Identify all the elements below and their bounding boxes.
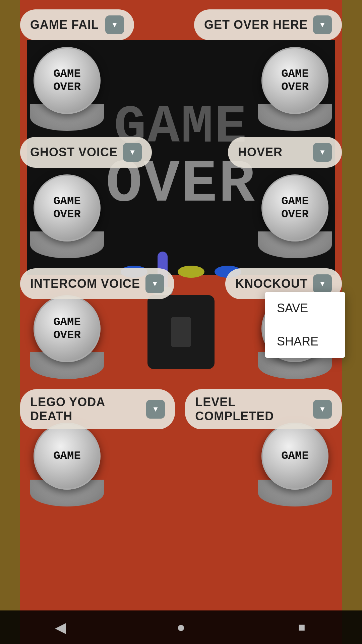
intercom-voice-label: INTERCOM VOICE	[30, 277, 140, 291]
context-menu-share[interactable]: SHARE	[265, 325, 345, 358]
knockout-label: KNOCKOUT	[235, 277, 308, 291]
buzzer-tr-top[interactable]: GAMEOVER	[261, 47, 328, 114]
level-completed-dropdown[interactable]: LEVEL COMPLETED	[185, 389, 342, 429]
game-fail-dropdown[interactable]: GAME FAIL	[20, 9, 134, 40]
lego-yoda-death-label: LEGO YODA DEATH	[30, 395, 141, 423]
get-over-here-dropdown[interactable]: GET OVER HERE	[194, 9, 342, 40]
buzzer-tr-label: GAMEOVER	[281, 67, 309, 94]
intercom-voice-dropdown[interactable]: INTERCOM VOICE	[20, 268, 174, 299]
game-fail-arrow[interactable]	[105, 15, 124, 34]
dropdown-row-bottom: LEGO YODA DEATH LEVEL COMPLETED	[20, 389, 342, 429]
hover-label: HOVER	[238, 145, 308, 159]
dropdown-row-mid: GHOST VOICE HOVER	[20, 137, 342, 168]
hover-arrow[interactable]	[313, 143, 332, 162]
buzzer-last-right[interactable]: GAME	[258, 423, 332, 506]
nav-recents-button[interactable]	[288, 614, 315, 641]
coin-slot-inner	[171, 317, 191, 347]
nav-home-button[interactable]	[168, 614, 194, 641]
buzzer-lr-label: GAME	[281, 449, 309, 463]
level-completed-arrow[interactable]	[313, 400, 332, 419]
buzzer-tl-top[interactable]: GAMEOVER	[34, 47, 101, 114]
buzzer-lr-top[interactable]: GAME	[261, 423, 328, 490]
context-menu: SAVE SHARE	[265, 292, 345, 358]
level-completed-label: LEVEL COMPLETED	[195, 395, 308, 423]
ghost-voice-label: GHOST VOICE	[30, 145, 118, 159]
arcade-left-panel	[0, 0, 20, 644]
dropdown-row-top: GAME FAIL GET OVER HERE	[20, 9, 342, 40]
navigation-bar	[0, 610, 362, 644]
context-menu-save[interactable]: SAVE	[265, 292, 345, 325]
coin-slot	[147, 295, 215, 369]
buzzer-tl-label: GAMEOVER	[53, 67, 81, 94]
buzzer-bl-label: GAMEOVER	[53, 316, 81, 342]
buzzer-mid-left[interactable]: GAMEOVER	[30, 174, 104, 258]
nav-back-button[interactable]	[47, 614, 74, 641]
knockout-arrow[interactable]	[313, 274, 332, 293]
buzzer-top-right[interactable]: GAMEOVER	[258, 47, 332, 131]
intercom-voice-arrow[interactable]	[145, 274, 164, 293]
buzzer-mr-label: GAMEOVER	[281, 195, 309, 221]
buzzer-bl-top[interactable]: GAMEOVER	[34, 295, 101, 362]
buzzer-top-left[interactable]: GAMEOVER	[30, 47, 104, 131]
buzzer-last-left[interactable]: GAME	[30, 423, 104, 506]
buzzer-bottom-left[interactable]: GAMEOVER	[30, 295, 104, 379]
buzzer-ll-top[interactable]: GAME	[34, 423, 101, 490]
lego-yoda-death-dropdown[interactable]: LEGO YODA DEATH	[20, 389, 175, 429]
get-over-here-arrow[interactable]	[313, 15, 332, 34]
get-over-here-label: GET OVER HERE	[204, 18, 308, 32]
ghost-voice-dropdown[interactable]: GHOST VOICE	[20, 137, 152, 168]
buzzer-ml-label: GAMEOVER	[53, 195, 81, 221]
lego-yoda-death-arrow[interactable]	[146, 400, 165, 419]
buzzer-mr-top[interactable]: GAMEOVER	[261, 174, 328, 241]
hover-dropdown[interactable]: HOVER	[228, 137, 342, 168]
ghost-voice-arrow[interactable]	[123, 143, 142, 162]
buzzer-mid-right[interactable]: GAMEOVER	[258, 174, 332, 258]
buzzer-ll-label: GAME	[53, 449, 81, 463]
buzzer-ml-top[interactable]: GAMEOVER	[34, 174, 101, 241]
game-fail-label: GAME FAIL	[30, 18, 100, 32]
